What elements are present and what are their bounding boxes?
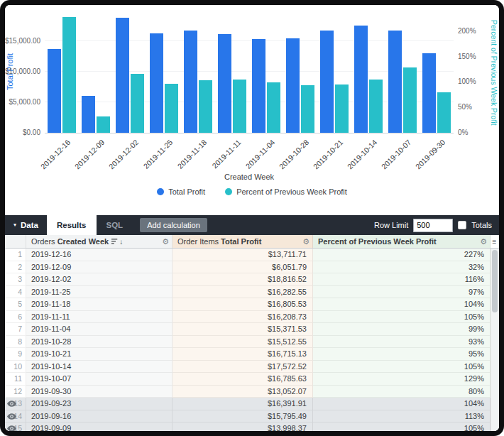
week-cell[interactable]: 2019-09-23 bbox=[26, 398, 172, 410]
row-number: 5 bbox=[5, 298, 26, 311]
total-profit-bar[interactable] bbox=[354, 26, 368, 133]
percent-cell[interactable]: 104% bbox=[313, 398, 491, 410]
column-field-name: Total Profit bbox=[221, 237, 261, 246]
hamburger-icon: ≡ bbox=[493, 238, 497, 246]
percent-cell[interactable]: 227% bbox=[313, 249, 491, 261]
percent-cell[interactable]: 99% bbox=[313, 323, 491, 336]
total-profit-bar[interactable] bbox=[286, 38, 300, 133]
gear-icon[interactable]: ⚙ bbox=[302, 237, 309, 246]
plot-area bbox=[45, 11, 454, 133]
percent-cell[interactable]: 104% bbox=[313, 298, 491, 311]
caret-down-icon: ▾ bbox=[13, 222, 16, 228]
percent-bar[interactable] bbox=[165, 84, 178, 133]
total-profit-bar[interactable] bbox=[422, 53, 436, 133]
tab-sql[interactable]: SQL bbox=[97, 215, 133, 235]
column-header-total-profit[interactable]: Order Items Total Profit ⚙ bbox=[172, 235, 313, 248]
percent-cell[interactable]: 80% bbox=[313, 386, 491, 398]
tab-results[interactable]: Results bbox=[47, 215, 97, 235]
profit-cell[interactable]: $16,805.53 bbox=[172, 298, 313, 311]
profit-cell[interactable]: $16,785.63 bbox=[172, 373, 313, 386]
week-cell[interactable]: 2019-12-16 bbox=[26, 249, 172, 261]
profit-cell[interactable]: $16,391.91 bbox=[172, 398, 313, 410]
legend: Total Profit Percent of Previous Week Pr… bbox=[5, 187, 499, 196]
legend-item-total-profit[interactable]: Total Profit bbox=[157, 187, 205, 196]
row-number: 1 bbox=[5, 249, 26, 261]
percent-cell[interactable]: 97% bbox=[313, 286, 491, 299]
right-axis-title: Percent of Previous Week Profit bbox=[489, 6, 498, 138]
percent-cell[interactable]: 95% bbox=[313, 348, 491, 361]
legend-item-percent[interactable]: Percent of Previous Week Profit bbox=[225, 187, 347, 196]
row-limit-input[interactable] bbox=[413, 219, 453, 232]
percent-bar[interactable] bbox=[437, 92, 451, 133]
total-profit-bar[interactable] bbox=[320, 31, 334, 133]
percent-bar[interactable] bbox=[131, 74, 144, 133]
gear-icon[interactable]: ⚙ bbox=[162, 237, 169, 246]
percent-cell[interactable]: 105% bbox=[313, 311, 491, 324]
table-menu[interactable]: ≡ bbox=[491, 235, 499, 248]
week-cell[interactable]: 2019-11-25 bbox=[26, 286, 172, 299]
table-row: 122019-09-30$13,052.0780% bbox=[5, 386, 491, 398]
eye-icon[interactable] bbox=[7, 413, 16, 420]
profit-cell[interactable]: $6,051.79 bbox=[172, 261, 313, 274]
percent-cell[interactable]: 113% bbox=[313, 410, 491, 423]
percent-bar[interactable] bbox=[369, 80, 383, 133]
column-header-created-week[interactable]: Orders Created Week ↓ ⚙ bbox=[26, 235, 172, 248]
eye-icon[interactable] bbox=[7, 425, 16, 431]
profit-cell[interactable]: $18,816.52 bbox=[172, 273, 313, 286]
profit-cell[interactable]: $15,795.49 bbox=[172, 410, 313, 423]
gear-icon[interactable]: ⚙ bbox=[480, 237, 487, 246]
percent-cell[interactable]: 105% bbox=[313, 361, 491, 374]
percent-cell[interactable]: 105% bbox=[313, 423, 491, 431]
week-cell[interactable]: 2019-11-04 bbox=[26, 323, 172, 336]
week-cell[interactable]: 2019-12-09 bbox=[26, 261, 172, 274]
week-cell[interactable]: 2019-10-21 bbox=[26, 348, 172, 361]
profit-cell[interactable]: $13,711.71 bbox=[172, 249, 313, 261]
profit-cell[interactable]: $16,715.13 bbox=[172, 348, 313, 361]
week-cell[interactable]: 2019-10-07 bbox=[26, 373, 172, 386]
scrollbar-thumb[interactable] bbox=[492, 250, 498, 312]
profit-cell[interactable]: $13,052.07 bbox=[172, 386, 313, 398]
percent-bar[interactable] bbox=[403, 67, 417, 133]
profit-cell[interactable]: $13,998.37 bbox=[172, 423, 313, 431]
percent-bar[interactable] bbox=[97, 116, 110, 133]
week-cell[interactable]: 2019-10-28 bbox=[26, 336, 172, 349]
profit-cell[interactable]: $16,282.55 bbox=[172, 286, 313, 299]
week-cell[interactable]: 2019-12-02 bbox=[26, 273, 172, 286]
total-profit-bar[interactable] bbox=[116, 18, 129, 133]
vertical-scrollbar[interactable] bbox=[491, 249, 499, 431]
total-profit-bar[interactable] bbox=[184, 31, 197, 133]
data-panel-toggle[interactable]: ▾ Data bbox=[5, 215, 47, 235]
percent-bar[interactable] bbox=[301, 85, 314, 133]
week-cell[interactable]: 2019-10-14 bbox=[26, 361, 172, 374]
total-profit-bar[interactable] bbox=[218, 34, 231, 133]
add-calculation-button[interactable]: Add calculation bbox=[140, 218, 207, 232]
percent-cell[interactable]: 93% bbox=[313, 336, 491, 349]
column-header-percent[interactable]: Percent of Previous Week Profit ⚙ bbox=[313, 235, 491, 248]
percent-cell[interactable]: 129% bbox=[313, 373, 491, 386]
totals-checkbox[interactable] bbox=[458, 221, 466, 229]
week-cell[interactable]: 2019-09-09 bbox=[26, 423, 172, 431]
week-cell[interactable]: 2019-11-11 bbox=[26, 311, 172, 324]
week-cell[interactable]: 2019-11-18 bbox=[26, 298, 172, 311]
percent-bar[interactable] bbox=[335, 85, 349, 133]
week-cell[interactable]: 2019-09-30 bbox=[26, 386, 172, 398]
percent-cell[interactable]: 32% bbox=[313, 261, 491, 274]
total-profit-bar[interactable] bbox=[388, 31, 402, 133]
profit-cell[interactable]: $17,572.52 bbox=[172, 361, 313, 374]
total-profit-bar[interactable] bbox=[252, 39, 265, 133]
total-profit-bar[interactable] bbox=[82, 96, 95, 133]
legend-label: Total Profit bbox=[168, 187, 205, 196]
percent-bar[interactable] bbox=[199, 80, 212, 133]
eye-icon[interactable] bbox=[7, 400, 16, 407]
percent-bar[interactable] bbox=[233, 80, 246, 133]
profit-cell[interactable]: $15,371.53 bbox=[172, 323, 313, 336]
profit-cell[interactable]: $16,208.73 bbox=[172, 311, 313, 324]
percent-bar[interactable] bbox=[267, 82, 280, 133]
row-number: 14 bbox=[5, 410, 26, 423]
total-profit-bar[interactable] bbox=[150, 33, 163, 133]
profit-cell[interactable]: $15,512.55 bbox=[172, 336, 313, 349]
total-profit-bar[interactable] bbox=[48, 49, 61, 133]
percent-cell[interactable]: 116% bbox=[313, 273, 491, 286]
week-cell[interactable]: 2019-09-16 bbox=[26, 410, 172, 423]
percent-bar[interactable] bbox=[62, 17, 76, 133]
